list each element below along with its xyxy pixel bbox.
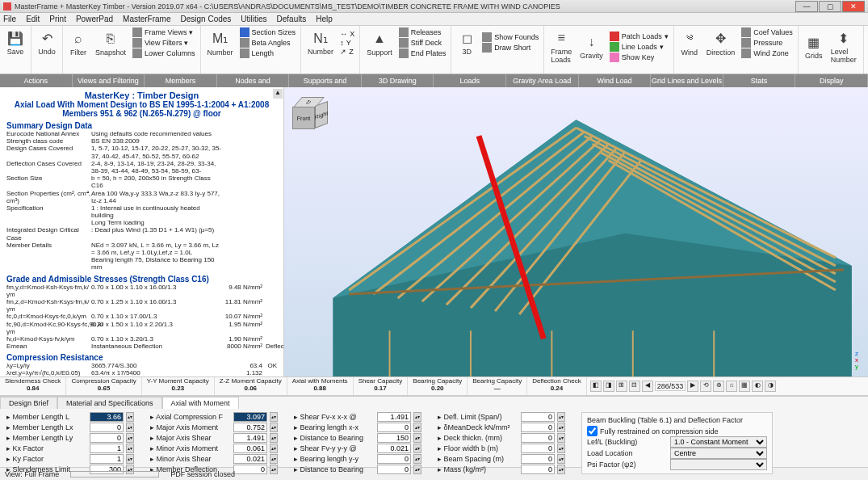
- filter-button[interactable]: ⌕Filter: [68, 28, 89, 58]
- tool-icon[interactable]: ⊕: [713, 381, 724, 392]
- tool-icon[interactable]: ◨: [603, 381, 614, 392]
- tab-members[interactable]: Members: [145, 74, 217, 87]
- tool-icon[interactable]: ⊟: [629, 381, 640, 392]
- tool-icon[interactable]: ⊞: [616, 381, 627, 392]
- x-coord-button[interactable]: ↔ X: [340, 30, 354, 38]
- spinner-icon[interactable]: ▴▾: [557, 454, 565, 464]
- tab-supports-and-restraints[interactable]: Supports and Restraints: [289, 74, 362, 87]
- field-input[interactable]: [521, 412, 555, 422]
- field-input[interactable]: [377, 412, 411, 422]
- level-number-button[interactable]: ⬍Level Number: [829, 27, 858, 65]
- draw-short-button[interactable]: Draw Short: [482, 43, 539, 53]
- menu-defaults[interactable]: Defaults: [277, 15, 307, 23]
- spinner-icon[interactable]: ▴▾: [413, 465, 421, 474]
- tab-stats[interactable]: Stats: [723, 74, 796, 87]
- member-number-button[interactable]: M₁Number: [206, 28, 235, 58]
- field-input[interactable]: [233, 444, 267, 453]
- menu-masterframe[interactable]: MasterFrame: [123, 15, 170, 23]
- spinner-icon[interactable]: ▴▾: [557, 465, 565, 474]
- frame-loads-button[interactable]: ≡Frame Loads: [549, 27, 573, 65]
- grids-button[interactable]: ▦Grids: [803, 32, 824, 61]
- minimize-button[interactable]: —: [795, 1, 818, 12]
- tool-icon[interactable]: ▦: [739, 381, 750, 392]
- menu-powerpad[interactable]: PowerPad: [76, 15, 113, 23]
- lower-tab[interactable]: Axial with Moment: [162, 397, 239, 409]
- field-input[interactable]: [90, 423, 124, 432]
- end-plates-button[interactable]: End Plates: [399, 48, 447, 58]
- tab-actions[interactable]: Actions: [0, 74, 73, 87]
- tool-icon[interactable]: ⌂: [726, 381, 737, 392]
- field-input[interactable]: [521, 433, 555, 443]
- spinner-icon[interactable]: ▴▾: [270, 423, 278, 432]
- field-input[interactable]: [377, 465, 411, 474]
- spinner-icon[interactable]: ▴▾: [557, 433, 565, 443]
- spinner-icon[interactable]: ▴▾: [413, 444, 421, 453]
- close-button[interactable]: ✕: [842, 1, 865, 12]
- tab-grid-lines-and-levels[interactable]: Grid Lines and Levels: [651, 74, 723, 87]
- load-location-select[interactable]: Centre: [670, 448, 767, 459]
- next-page-button[interactable]: ▶: [687, 381, 698, 392]
- spinner-icon[interactable]: ▴▾: [126, 444, 134, 453]
- field-input[interactable]: [90, 433, 124, 443]
- show-founds-button[interactable]: Show Founds: [482, 32, 539, 42]
- pressure-button[interactable]: Pressure: [741, 38, 792, 48]
- field-input[interactable]: [521, 454, 555, 464]
- lef-select[interactable]: 1.0 - Constant Moment: [670, 436, 767, 448]
- lower-tab[interactable]: Material and Specifications: [57, 397, 162, 409]
- tab-loads[interactable]: Loads: [434, 74, 506, 87]
- menu-print[interactable]: Print: [49, 15, 66, 23]
- spinner-icon[interactable]: ▴▾: [413, 412, 421, 422]
- wind-zone-button[interactable]: Wind Zone: [741, 48, 792, 58]
- spinner-icon[interactable]: ▴▾: [126, 412, 134, 422]
- coef-values-button[interactable]: Coef Values: [741, 27, 792, 37]
- menu-file[interactable]: File: [3, 15, 16, 23]
- lower-tab[interactable]: Design Brief: [0, 397, 57, 409]
- field-input[interactable]: [90, 412, 124, 422]
- scroll-up-icon[interactable]: ▲: [273, 89, 283, 99]
- field-input[interactable]: [233, 465, 267, 474]
- view-filters-button[interactable]: View Filters ▾: [132, 38, 195, 48]
- spinner-icon[interactable]: ▴▾: [126, 454, 134, 464]
- psi-select[interactable]: [670, 459, 767, 470]
- spinner-icon[interactable]: ▴▾: [270, 454, 278, 464]
- node-number-button[interactable]: N₁Number: [306, 27, 335, 57]
- tab-gravity-area-load[interactable]: Gravity Area Load: [506, 74, 579, 87]
- tab-wind-load[interactable]: Wind Load: [579, 74, 652, 87]
- field-input[interactable]: [90, 454, 124, 464]
- field-input[interactable]: [233, 423, 267, 432]
- spinner-icon[interactable]: ▴▾: [126, 423, 134, 432]
- tool-icon[interactable]: ◐: [752, 381, 763, 392]
- spinner-icon[interactable]: ▴▾: [270, 412, 278, 422]
- spinner-icon[interactable]: ▴▾: [270, 465, 278, 474]
- tab-views-and-filtering[interactable]: Views and Filtering: [73, 74, 145, 87]
- field-input[interactable]: [521, 444, 555, 453]
- tab-nodes-and-coordinates[interactable]: Nodes and Coordinates: [217, 74, 290, 87]
- field-input[interactable]: [521, 465, 555, 474]
- spinner-icon[interactable]: ▴▾: [413, 454, 421, 464]
- undo-button[interactable]: ↶Undo: [36, 27, 57, 57]
- beta-angles-button[interactable]: Beta Angles: [240, 38, 296, 48]
- patch-loads-button[interactable]: Patch Loads ▾: [610, 32, 669, 41]
- save-button[interactable]: 💾Save: [5, 27, 26, 57]
- lower-columns-button[interactable]: Lower Columns: [132, 48, 195, 58]
- restrained-checkbox[interactable]: Fully restrained on compression side: [587, 426, 767, 436]
- show-key-button[interactable]: Show Key: [610, 53, 669, 62]
- spinner-icon[interactable]: ▴▾: [270, 444, 278, 453]
- field-input[interactable]: [377, 444, 411, 453]
- gravity-button[interactable]: ↓Gravity: [578, 32, 605, 61]
- support-button[interactable]: ▲Support: [365, 28, 394, 58]
- tab-3d-drawing[interactable]: 3D Drawing: [362, 74, 434, 87]
- field-input[interactable]: [377, 433, 411, 443]
- menu-design codes[interactable]: Design Codes: [181, 15, 232, 23]
- field-input[interactable]: [377, 454, 411, 464]
- spinner-icon[interactable]: ▴▾: [413, 423, 421, 432]
- frame-views-button[interactable]: Frame Views ▾: [132, 27, 195, 37]
- tab-display[interactable]: Display: [795, 74, 868, 87]
- field-input[interactable]: [233, 433, 267, 443]
- field-input[interactable]: [521, 423, 555, 432]
- 3d-button[interactable]: ◻3D: [456, 27, 477, 57]
- spinner-icon[interactable]: ▴▾: [126, 433, 134, 443]
- wind-button[interactable]: ༄Wind: [679, 28, 700, 58]
- tool-icon[interactable]: ◑: [765, 381, 776, 392]
- line-loads-button[interactable]: Line Loads ▾: [610, 42, 669, 52]
